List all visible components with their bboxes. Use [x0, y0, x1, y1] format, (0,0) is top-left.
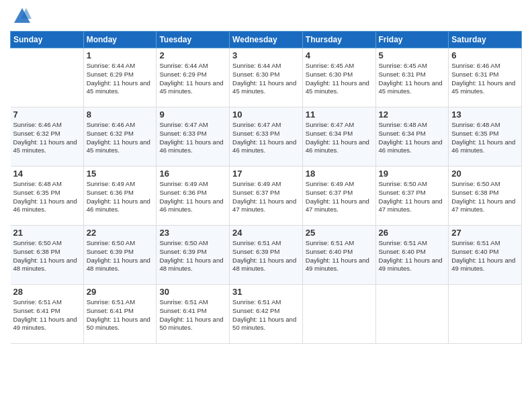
- day-info: Sunrise: 6:51 AMSunset: 6:41 PMDaylight:…: [87, 298, 154, 332]
- day-number: 20: [451, 169, 519, 179]
- calendar-cell: 29Sunrise: 6:51 AMSunset: 6:41 PMDayligh…: [83, 285, 157, 344]
- day-info: Sunrise: 6:47 AMSunset: 6:33 PMDaylight:…: [159, 121, 226, 155]
- weekday-header-thursday: Thursday: [302, 32, 375, 48]
- day-info: Sunrise: 6:49 AMSunset: 6:36 PMDaylight:…: [87, 180, 154, 214]
- day-info: Sunrise: 6:45 AMSunset: 6:31 PMDaylight:…: [379, 62, 446, 96]
- logo: [10, 7, 32, 26]
- day-info: Sunrise: 6:51 AMSunset: 6:40 PMDaylight:…: [306, 239, 373, 273]
- calendar-cell: [449, 285, 522, 344]
- day-info: Sunrise: 6:50 AMSunset: 6:39 PMDaylight:…: [159, 239, 226, 273]
- day-number: 4: [306, 50, 373, 60]
- day-info: Sunrise: 6:51 AMSunset: 6:40 PMDaylight:…: [451, 239, 519, 273]
- day-info: Sunrise: 6:48 AMSunset: 6:35 PMDaylight:…: [13, 180, 81, 214]
- day-number: 23: [159, 228, 226, 238]
- calendar-cell: 1Sunrise: 6:44 AMSunset: 6:29 PMDaylight…: [83, 48, 157, 107]
- weekday-header-row: SundayMondayTuesdayWednesdayThursdayFrid…: [11, 32, 522, 48]
- day-info: Sunrise: 6:50 AMSunset: 6:39 PMDaylight:…: [87, 239, 154, 273]
- day-info: Sunrise: 6:51 AMSunset: 6:41 PMDaylight:…: [13, 298, 81, 332]
- weekday-header-tuesday: Tuesday: [157, 32, 230, 48]
- calendar-cell: 18Sunrise: 6:49 AMSunset: 6:37 PMDayligh…: [302, 167, 375, 226]
- day-info: Sunrise: 6:46 AMSunset: 6:32 PMDaylight:…: [13, 121, 81, 155]
- day-number: 7: [13, 109, 81, 120]
- calendar-week-row: 1Sunrise: 6:44 AMSunset: 6:29 PMDaylight…: [11, 48, 522, 107]
- day-number: 6: [451, 50, 519, 60]
- day-number: 12: [379, 109, 446, 120]
- calendar-cell: 23Sunrise: 6:50 AMSunset: 6:39 PMDayligh…: [157, 226, 230, 285]
- day-number: 29: [87, 287, 154, 297]
- weekday-header-friday: Friday: [375, 32, 449, 48]
- day-info: Sunrise: 6:48 AMSunset: 6:34 PMDaylight:…: [379, 121, 446, 155]
- calendar-cell: [11, 48, 84, 107]
- day-number: 15: [87, 169, 154, 179]
- calendar-cell: 17Sunrise: 6:49 AMSunset: 6:37 PMDayligh…: [230, 167, 303, 226]
- calendar-cell: 19Sunrise: 6:50 AMSunset: 6:37 PMDayligh…: [375, 167, 449, 226]
- day-number: 16: [159, 169, 226, 179]
- day-number: 30: [159, 287, 226, 297]
- calendar-cell: 15Sunrise: 6:49 AMSunset: 6:36 PMDayligh…: [83, 167, 157, 226]
- day-number: 1: [87, 50, 154, 60]
- calendar-cell: 20Sunrise: 6:50 AMSunset: 6:38 PMDayligh…: [449, 167, 522, 226]
- day-number: 5: [379, 50, 446, 60]
- day-info: Sunrise: 6:50 AMSunset: 6:38 PMDaylight:…: [451, 180, 519, 214]
- calendar-week-row: 7Sunrise: 6:46 AMSunset: 6:32 PMDaylight…: [11, 107, 522, 167]
- day-number: 17: [232, 169, 300, 179]
- day-info: Sunrise: 6:44 AMSunset: 6:29 PMDaylight:…: [87, 62, 154, 96]
- day-number: 14: [13, 169, 81, 179]
- day-number: 25: [306, 228, 373, 238]
- day-number: 21: [13, 228, 81, 238]
- day-number: 27: [451, 228, 519, 238]
- calendar-cell: 21Sunrise: 6:50 AMSunset: 6:38 PMDayligh…: [11, 226, 84, 285]
- weekday-header-wednesday: Wednesday: [230, 32, 303, 48]
- day-number: 22: [87, 228, 154, 238]
- day-info: Sunrise: 6:51 AMSunset: 6:40 PMDaylight:…: [379, 239, 446, 273]
- day-number: 13: [451, 109, 519, 120]
- calendar-cell: 13Sunrise: 6:48 AMSunset: 6:35 PMDayligh…: [449, 107, 522, 167]
- calendar-cell: 31Sunrise: 6:51 AMSunset: 6:42 PMDayligh…: [230, 285, 303, 344]
- day-info: Sunrise: 6:46 AMSunset: 6:31 PMDaylight:…: [451, 62, 519, 96]
- day-info: Sunrise: 6:46 AMSunset: 6:32 PMDaylight:…: [87, 121, 154, 155]
- logo-icon: [13, 7, 32, 26]
- day-number: 26: [379, 228, 446, 238]
- calendar-cell: 3Sunrise: 6:44 AMSunset: 6:30 PMDaylight…: [230, 48, 303, 107]
- calendar-cell: 28Sunrise: 6:51 AMSunset: 6:41 PMDayligh…: [11, 285, 84, 344]
- day-info: Sunrise: 6:49 AMSunset: 6:36 PMDaylight:…: [159, 180, 226, 214]
- day-info: Sunrise: 6:51 AMSunset: 6:42 PMDaylight:…: [232, 298, 300, 332]
- weekday-header-monday: Monday: [83, 32, 157, 48]
- weekday-header-saturday: Saturday: [449, 32, 522, 48]
- weekday-header-sunday: Sunday: [11, 32, 84, 48]
- day-number: 28: [13, 287, 81, 297]
- calendar-cell: 2Sunrise: 6:44 AMSunset: 6:29 PMDaylight…: [157, 48, 230, 107]
- calendar-cell: 12Sunrise: 6:48 AMSunset: 6:34 PMDayligh…: [375, 107, 449, 167]
- day-number: 19: [379, 169, 446, 179]
- calendar-cell: 24Sunrise: 6:51 AMSunset: 6:39 PMDayligh…: [230, 226, 303, 285]
- day-number: 2: [159, 50, 226, 60]
- calendar-week-row: 28Sunrise: 6:51 AMSunset: 6:41 PMDayligh…: [11, 285, 522, 344]
- calendar-cell: 26Sunrise: 6:51 AMSunset: 6:40 PMDayligh…: [375, 226, 449, 285]
- calendar-cell: 27Sunrise: 6:51 AMSunset: 6:40 PMDayligh…: [449, 226, 522, 285]
- day-info: Sunrise: 6:47 AMSunset: 6:33 PMDaylight:…: [232, 121, 300, 155]
- day-number: 31: [232, 287, 300, 297]
- calendar-cell: 7Sunrise: 6:46 AMSunset: 6:32 PMDaylight…: [11, 107, 84, 167]
- day-number: 11: [306, 109, 373, 120]
- calendar-cell: [375, 285, 449, 344]
- calendar-cell: 9Sunrise: 6:47 AMSunset: 6:33 PMDaylight…: [157, 107, 230, 167]
- calendar-cell: 25Sunrise: 6:51 AMSunset: 6:40 PMDayligh…: [302, 226, 375, 285]
- day-info: Sunrise: 6:50 AMSunset: 6:38 PMDaylight:…: [13, 239, 81, 273]
- calendar-cell: 22Sunrise: 6:50 AMSunset: 6:39 PMDayligh…: [83, 226, 157, 285]
- day-info: Sunrise: 6:50 AMSunset: 6:37 PMDaylight:…: [379, 180, 446, 214]
- day-number: 10: [232, 109, 300, 120]
- calendar-cell: 5Sunrise: 6:45 AMSunset: 6:31 PMDaylight…: [375, 48, 449, 107]
- day-info: Sunrise: 6:44 AMSunset: 6:29 PMDaylight:…: [159, 62, 226, 96]
- calendar-cell: 14Sunrise: 6:48 AMSunset: 6:35 PMDayligh…: [11, 167, 84, 226]
- day-info: Sunrise: 6:49 AMSunset: 6:37 PMDaylight:…: [306, 180, 373, 214]
- day-info: Sunrise: 6:51 AMSunset: 6:39 PMDaylight:…: [232, 239, 300, 273]
- calendar-cell: 4Sunrise: 6:45 AMSunset: 6:30 PMDaylight…: [302, 48, 375, 107]
- calendar-week-row: 21Sunrise: 6:50 AMSunset: 6:38 PMDayligh…: [11, 226, 522, 285]
- day-info: Sunrise: 6:49 AMSunset: 6:37 PMDaylight:…: [232, 180, 300, 214]
- calendar-cell: 8Sunrise: 6:46 AMSunset: 6:32 PMDaylight…: [83, 107, 157, 167]
- day-info: Sunrise: 6:45 AMSunset: 6:30 PMDaylight:…: [306, 62, 373, 96]
- day-info: Sunrise: 6:47 AMSunset: 6:34 PMDaylight:…: [306, 121, 373, 155]
- day-info: Sunrise: 6:48 AMSunset: 6:35 PMDaylight:…: [451, 121, 519, 155]
- calendar-cell: 11Sunrise: 6:47 AMSunset: 6:34 PMDayligh…: [302, 107, 375, 167]
- calendar-cell: [302, 285, 375, 344]
